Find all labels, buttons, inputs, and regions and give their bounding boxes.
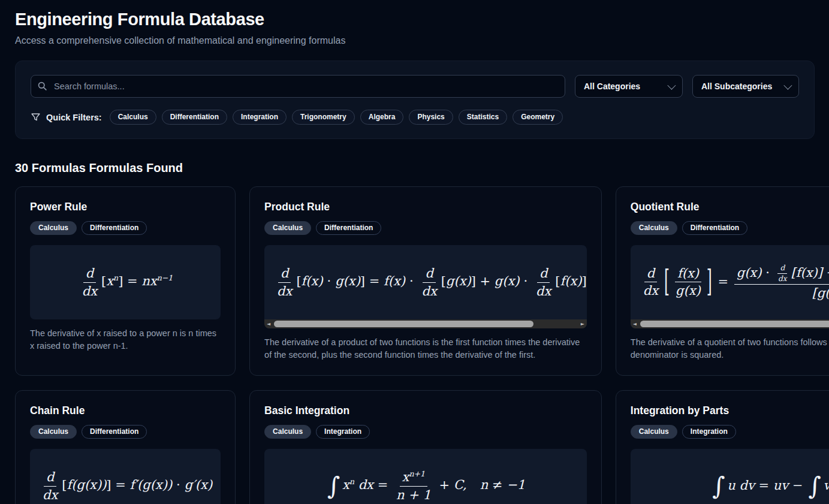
formula-title: Product Rule [264,201,587,213]
subcategory-badge: Integration [682,425,736,439]
formula-card-power-rule: Power Rule Calculus Differentiation ddx[… [15,186,236,376]
page-header: Engineering Formula Database Access a co… [0,0,829,46]
formula-math: ddx[f(x)g(x)] = g(x) ⋅ ddx[f(x)] − f(x) … [639,264,829,301]
subcategory-select-value: All Subcategories [701,82,772,91]
scrollbar-thumb[interactable] [274,321,533,327]
scroll-left-arrow-icon[interactable]: ◄ [267,322,270,327]
formula-math: ddx[f(g(x))] = f′(g(x)) ⋅ g′(x) [38,470,212,502]
formula-card-quotient-rule: Quotient Rule Calculus Differentiation d… [616,186,829,376]
subcategory-badge: Integration [316,425,370,439]
page-subtitle: Access a comprehensive collection of mat… [15,35,814,46]
formula-math: ddx[xn] = nxn−1 [78,266,173,298]
formula-description: The derivative of a product of two funct… [264,336,587,361]
scroll-left-arrow-icon[interactable]: ◄ [633,322,637,327]
category-select-value: All Categories [584,82,640,91]
formula-math: ddx[f(x) ⋅ g(x)] = f(x) ⋅ ddx[g(x)] + g(… [273,266,587,298]
filter-chip-geometry[interactable]: Geometry [513,110,563,125]
filter-funnel-icon [31,112,41,122]
formula-math: ∫xn dx = xn+1n + 1 + C,n ≠ −1 [326,470,525,502]
filter-chip-trigonometry[interactable]: Trigonometry [292,110,355,125]
formula-display: ddx[xn] = nxn−1 [30,245,221,319]
filter-chip-physics[interactable]: Physics [409,110,453,125]
scroll-right-arrow-icon[interactable]: ► [581,322,584,327]
horizontal-scrollbar[interactable]: ◄ ► [631,319,829,328]
horizontal-scrollbar[interactable]: ◄ ► [264,319,587,328]
search-input[interactable] [31,75,565,98]
formula-title: Basic Integration [264,405,587,417]
scrollbar-track[interactable] [273,321,578,327]
subcategory-select[interactable]: All Subcategories [692,75,799,98]
formula-grid: Power Rule Calculus Differentiation ddx[… [15,186,816,504]
subcategory-badge: Differentiation [682,221,747,235]
category-badge: Calculus [264,221,311,235]
category-badge: Calculus [631,221,677,235]
formula-math: ∫u dv = uv − ∫v du [711,476,829,497]
scrollbar-track[interactable] [639,321,829,327]
formula-title: Chain Rule [30,405,221,417]
quick-filters-row: Quick Filters: Calculus Differentiation … [31,110,799,125]
results-count: 30 Formulas Formulas Found [15,161,814,175]
formula-title: Quotient Rule [631,201,829,213]
page-title: Engineering Formula Database [15,10,814,29]
filter-chip-differentiation[interactable]: Differentiation [162,110,227,125]
category-badge: Calculus [264,425,311,439]
formula-description: The derivative of x raised to a power n … [30,327,221,352]
formula-description: The derivative of a quotient of two func… [631,336,829,361]
formula-title: Power Rule [30,201,221,213]
filter-chip-calculus[interactable]: Calculus [110,110,156,125]
search-panel: All Categories All Subcategories Quick F… [15,61,815,139]
category-badge: Calculus [30,425,77,439]
formula-card-product-rule: Product Rule Calculus Differentiation dd… [249,186,602,376]
formula-display: ddx[f(x)g(x)] = g(x) ⋅ ddx[f(x)] − f(x) … [631,245,829,328]
formula-display: ddx[f(x) ⋅ g(x)] = f(x) ⋅ ddx[g(x)] + g(… [264,245,587,328]
formula-card-integration-by-parts: Integration by Parts Calculus Integratio… [616,390,829,504]
filter-chip-algebra[interactable]: Algebra [360,110,404,125]
formula-display: ∫xn dx = xn+1n + 1 + C,n ≠ −1 [264,449,587,504]
scrollbar-thumb[interactable] [640,321,829,327]
category-badge: Calculus [631,425,677,439]
category-select[interactable]: All Categories [575,75,683,98]
formula-title: Integration by Parts [631,405,829,417]
formula-display: ddx[f(g(x))] = f′(g(x)) ⋅ g′(x) [30,449,221,504]
search-field-wrap [31,75,565,98]
chevron-down-icon [783,82,792,90]
subcategory-badge: Differentiation [82,221,147,235]
subcategory-badge: Differentiation [82,425,147,439]
filter-chip-integration[interactable]: Integration [233,110,287,125]
chevron-down-icon [667,82,676,90]
formula-card-chain-rule: Chain Rule Calculus Differentiation ddx[… [15,390,236,504]
filter-chip-statistics[interactable]: Statistics [459,110,507,125]
formula-display: ∫u dv = uv − ∫v du [631,449,829,504]
category-badge: Calculus [30,221,77,235]
quick-filters-label: Quick Filters: [46,113,102,122]
subcategory-badge: Differentiation [316,221,381,235]
formula-card-basic-integration: Basic Integration Calculus Integration ∫… [249,390,602,504]
